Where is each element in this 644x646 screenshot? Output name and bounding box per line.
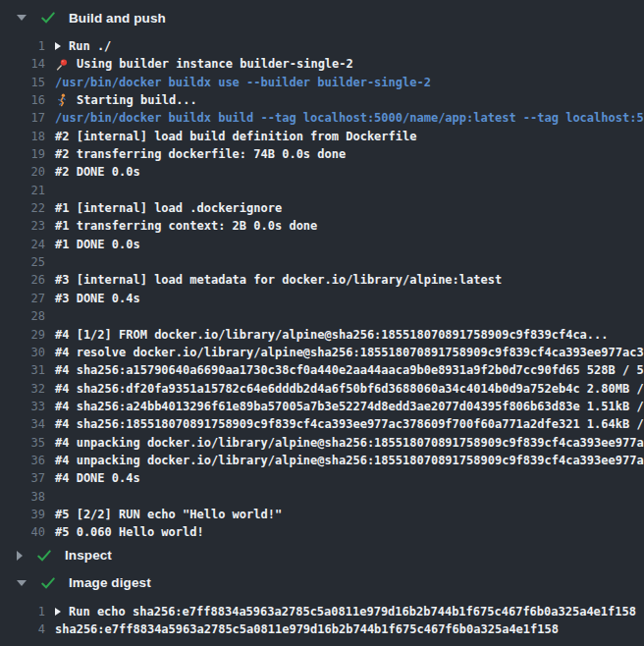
line-text: #1 [internal] load .dockerignore	[55, 199, 282, 217]
line-text-content: Starting build...	[77, 91, 197, 109]
line-text: #5 [2/2] RUN echo "Hello world!"	[55, 506, 282, 523]
line-text-content: #1 transferring context: 2B 0.0s done	[55, 217, 317, 235]
section-label: Build and push	[69, 11, 166, 26]
line-number[interactable]: 35	[0, 434, 45, 452]
line-text: #4 DONE 0.4s	[55, 469, 140, 487]
line-number[interactable]: 22	[0, 199, 45, 217]
play-icon	[55, 608, 61, 616]
line-number[interactable]: 31	[0, 361, 45, 379]
log-line: 19#2 transferring dockerfile: 74B 0.0s d…	[0, 145, 644, 163]
line-text: #4 unpacking docker.io/library/alpine@sh…	[55, 434, 644, 452]
line-text-content: #5 [2/2] RUN echo "Hello world!"	[55, 506, 282, 523]
line-text-content: #3 DONE 0.4s	[55, 290, 140, 307]
line-text-content: #4 unpacking docker.io/library/alpine@sh…	[55, 434, 644, 452]
line-number[interactable]: 36	[0, 452, 45, 469]
line-number[interactable]: 24	[0, 236, 45, 253]
chevron-right-icon	[17, 551, 23, 561]
line-text: #4 resolve docker.io/library/alpine@sha2…	[55, 344, 644, 361]
line-number[interactable]: 32	[0, 380, 45, 398]
line-number[interactable]: 19	[0, 145, 45, 163]
line-text: #2 transferring dockerfile: 74B 0.0s don…	[55, 145, 346, 163]
log-line: 21	[0, 182, 644, 199]
line-number[interactable]: 26	[0, 271, 45, 289]
line-text-content: #4 unpacking docker.io/library/alpine@sh…	[55, 452, 644, 469]
log-line: 38	[0, 488, 644, 506]
section-header-inspect[interactable]: Inspect	[0, 544, 644, 567]
line-text: #2 [internal] load build definition from…	[55, 128, 416, 145]
log-line: 29#4 [1/2] FROM docker.io/library/alpine…	[0, 326, 644, 344]
line-number[interactable]: 17	[0, 109, 45, 127]
log-line: 39#5 [2/2] RUN echo "Hello world!"	[0, 506, 644, 523]
line-text-content: /usr/bin/docker buildx use --builder bui…	[55, 74, 431, 91]
log-line: 1Run echo sha256:e7ff8834a5963a2785c5a08…	[0, 603, 644, 620]
line-number[interactable]: 29	[0, 326, 45, 344]
chevron-down-icon	[17, 15, 27, 21]
log-line: 18#2 [internal] load build definition fr…	[0, 128, 644, 145]
line-text: #3 DONE 0.4s	[55, 290, 140, 307]
section-header-build-and-push[interactable]: Build and push	[0, 6, 644, 29]
line-text-content: sha256:e7ff8834a5963a2785c5a0811e979d16b…	[55, 620, 559, 638]
success-check-icon	[40, 575, 56, 591]
pushpin-icon	[55, 58, 69, 72]
log-line: 26#3 [internal] load metadata for docker…	[0, 271, 644, 289]
line-text: #2 DONE 0.0s	[55, 163, 140, 181]
line-number[interactable]: 37	[0, 469, 45, 487]
log-line: 23#1 transferring context: 2B 0.0s done	[0, 217, 644, 235]
line-number[interactable]: 33	[0, 398, 45, 415]
play-icon	[55, 42, 61, 50]
actions-log-panel: Build and push1Run ./14Using builder ins…	[0, 0, 644, 646]
line-number[interactable]: 20	[0, 163, 45, 181]
log-line: 25	[0, 253, 644, 271]
line-text-content: #1 DONE 0.0s	[55, 236, 140, 253]
line-text-content: #4 sha256:df20fa9351a15782c64e6dddb2d4a6…	[55, 380, 644, 398]
runner-icon	[55, 93, 69, 107]
line-number[interactable]: 40	[0, 523, 45, 541]
line-text-content: #4 DONE 0.4s	[55, 469, 140, 487]
line-text: #1 DONE 0.0s	[55, 236, 140, 253]
log-line: 4sha256:e7ff8834a5963a2785c5a0811e979d16…	[0, 620, 644, 638]
line-text-content: #2 [internal] load build definition from…	[55, 128, 416, 145]
line-number[interactable]: 23	[0, 217, 45, 235]
log-line: 33#4 sha256:a24bb4013296f61e89ba57005a7b…	[0, 398, 644, 415]
line-number[interactable]: 14	[0, 55, 45, 73]
log-lines-build-and-push: 1Run ./14Using builder instance builder-…	[0, 29, 644, 542]
line-number[interactable]: 1	[0, 37, 45, 55]
line-text: #4 unpacking docker.io/library/alpine@sh…	[55, 452, 644, 469]
line-text: #5 0.060 Hello world!	[55, 523, 204, 541]
line-number[interactable]: 18	[0, 128, 45, 145]
line-text: #4 [1/2] FROM docker.io/library/alpine@s…	[55, 326, 609, 344]
line-number[interactable]: 39	[0, 506, 45, 523]
line-number[interactable]: 28	[0, 307, 45, 325]
line-text: #4 sha256:df20fa9351a15782c64e6dddb2d4a6…	[55, 380, 644, 398]
line-text: Run echo sha256:e7ff8834a5963a2785c5a081…	[55, 603, 636, 620]
line-number[interactable]: 30	[0, 344, 45, 361]
line-text-content: /usr/bin/docker buildx build --tag local…	[55, 109, 644, 127]
line-number[interactable]: 21	[0, 182, 45, 199]
line-text-content: Run ./	[69, 37, 111, 55]
line-number[interactable]: 1	[0, 603, 45, 620]
log-line: 32#4 sha256:df20fa9351a15782c64e6dddb2d4…	[0, 380, 644, 398]
line-text: sha256:e7ff8834a5963a2785c5a0811e979d16b…	[55, 620, 559, 638]
section-label: Image digest	[69, 575, 151, 590]
line-text: Using builder instance builder-single-2	[55, 55, 353, 73]
line-text-content: #5 0.060 Hello world!	[55, 523, 204, 541]
log-line: 16Starting build...	[0, 91, 644, 109]
line-number[interactable]: 34	[0, 415, 45, 433]
line-number[interactable]: 27	[0, 290, 45, 307]
line-text: Run ./	[55, 37, 111, 55]
log-line: 31#4 sha256:a15790640a6690aa1730c38cf0a4…	[0, 361, 644, 379]
line-text: #4 sha256:a15790640a6690aa1730c38cf0a440…	[55, 361, 644, 379]
log-line: 20#2 DONE 0.0s	[0, 163, 644, 181]
log-line: 17/usr/bin/docker buildx build --tag loc…	[0, 109, 644, 127]
line-number[interactable]: 25	[0, 253, 45, 271]
line-number[interactable]: 16	[0, 91, 45, 109]
line-text: #4 sha256:185518070891758909c9f839cf4ca3…	[55, 415, 644, 433]
line-number[interactable]: 38	[0, 488, 45, 506]
line-number[interactable]: 4	[0, 620, 45, 638]
log-line: 34#4 sha256:185518070891758909c9f839cf4c…	[0, 415, 644, 433]
line-text-content: #4 resolve docker.io/library/alpine@sha2…	[55, 344, 644, 361]
line-text-content: #4 sha256:a24bb4013296f61e89ba57005a7b3e…	[55, 398, 644, 415]
section-header-image-digest[interactable]: Image digest	[0, 571, 644, 595]
line-text-content: Using builder instance builder-single-2	[77, 55, 353, 73]
line-number[interactable]: 15	[0, 74, 45, 91]
